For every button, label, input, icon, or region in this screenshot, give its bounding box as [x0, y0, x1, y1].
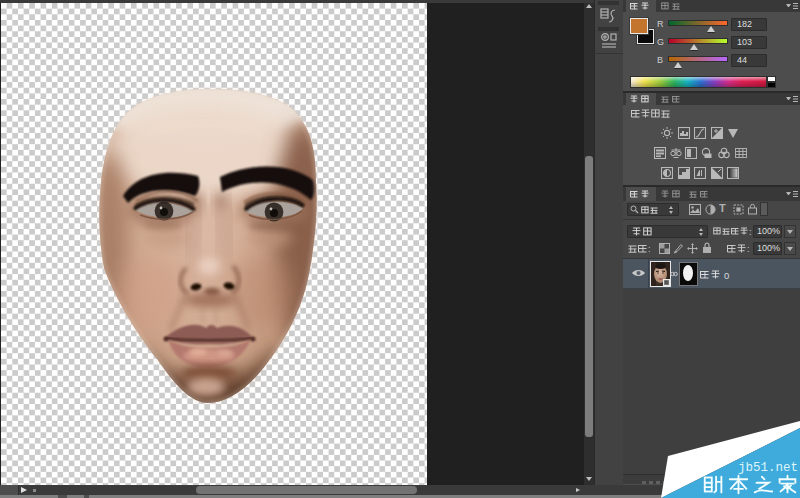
- svg-text:jb51.net: jb51.net: [738, 461, 798, 475]
